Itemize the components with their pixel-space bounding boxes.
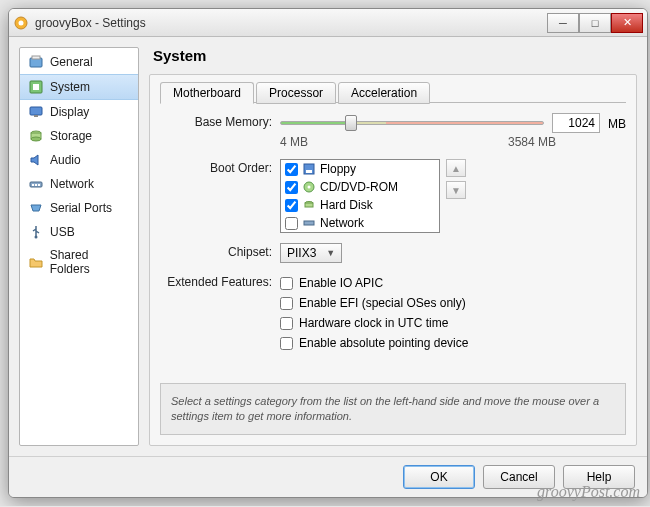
close-button[interactable]: ✕: [611, 13, 643, 33]
sidebar-item-network[interactable]: Network: [20, 172, 138, 196]
watermark: groovyPost.com: [537, 483, 640, 501]
boot-item-label: Network: [320, 216, 364, 230]
system-icon: [28, 79, 44, 95]
sidebar-item-label: Audio: [50, 153, 81, 167]
boot-check-harddisk[interactable]: [285, 199, 298, 212]
network-icon: [28, 176, 44, 192]
usb-icon: [28, 224, 44, 240]
sidebar-item-label: USB: [50, 225, 75, 239]
hint-panel: Select a settings category from the list…: [160, 383, 626, 435]
ext-efi[interactable]: Enable EFI (special OSes only): [280, 293, 626, 313]
svg-rect-22: [304, 221, 314, 225]
svg-rect-7: [34, 115, 38, 117]
main-panel: System Motherboard Processor Acceleratio…: [149, 47, 637, 446]
sidebar-item-label: Shared Folders: [50, 248, 130, 276]
svg-rect-14: [38, 184, 40, 186]
harddisk-icon: [302, 198, 316, 212]
general-icon: [28, 54, 44, 70]
serial-icon: [28, 200, 44, 216]
chipset-label: Chipset:: [160, 243, 280, 259]
boot-move-down-button[interactable]: ▼: [446, 181, 466, 199]
disc-icon: [302, 180, 316, 194]
ext-io-apic[interactable]: Enable IO APIC: [280, 273, 626, 293]
boot-item-label: Hard Disk: [320, 198, 373, 212]
ext-utc[interactable]: Hardware clock in UTC time: [280, 313, 626, 333]
tab-processor[interactable]: Processor: [256, 82, 336, 104]
ext-check-pointing[interactable]: [280, 337, 293, 350]
boot-move-up-button[interactable]: ▲: [446, 159, 466, 177]
svg-rect-13: [35, 184, 37, 186]
sidebar-item-label: System: [50, 80, 90, 94]
tab-motherboard[interactable]: Motherboard: [160, 82, 254, 104]
ext-check-utc[interactable]: [280, 317, 293, 330]
boot-order-list[interactable]: Floppy CD/DVD-ROM Hard Disk: [280, 159, 440, 233]
sidebar-item-serial[interactable]: Serial Ports: [20, 196, 138, 220]
sidebar-item-label: General: [50, 55, 93, 69]
svg-point-1: [19, 20, 24, 25]
svg-rect-21: [305, 203, 313, 207]
sidebar-item-label: Display: [50, 105, 89, 119]
ext-pointing[interactable]: Enable absolute pointing device: [280, 333, 626, 353]
tab-acceleration[interactable]: Acceleration: [338, 82, 430, 104]
maximize-button[interactable]: □: [579, 13, 611, 33]
sidebar-item-general[interactable]: General: [20, 50, 138, 74]
category-sidebar: General System Display Storage Audio Net…: [19, 47, 139, 446]
chipset-value: PIIX3: [287, 246, 316, 260]
svg-point-19: [308, 186, 311, 189]
boot-item-label: Floppy: [320, 162, 356, 176]
svg-rect-3: [32, 56, 40, 59]
sidebar-item-label: Storage: [50, 129, 92, 143]
settings-panel: Motherboard Processor Acceleration Base …: [149, 74, 637, 446]
ext-label: Enable EFI (special OSes only): [299, 296, 466, 310]
svg-rect-12: [32, 184, 34, 186]
sidebar-item-audio[interactable]: Audio: [20, 148, 138, 172]
titlebar[interactable]: groovyBox - Settings ─ □ ✕: [9, 9, 647, 37]
network-boot-icon: [302, 216, 316, 230]
memory-unit: MB: [608, 115, 626, 131]
boot-item-label: CD/DVD-ROM: [320, 180, 398, 194]
sidebar-item-storage[interactable]: Storage: [20, 124, 138, 148]
boot-order-label: Boot Order:: [160, 159, 280, 175]
slider-thumb[interactable]: [345, 115, 357, 131]
boot-item-cddvd[interactable]: CD/DVD-ROM: [281, 178, 439, 196]
svg-rect-17: [306, 170, 312, 173]
sidebar-item-display[interactable]: Display: [20, 100, 138, 124]
ext-label: Enable IO APIC: [299, 276, 383, 290]
minimize-button[interactable]: ─: [547, 13, 579, 33]
chevron-down-icon: ▼: [326, 248, 335, 258]
sidebar-item-label: Serial Ports: [50, 201, 112, 215]
settings-window: groovyBox - Settings ─ □ ✕ General Syste…: [8, 8, 648, 498]
ext-label: Enable absolute pointing device: [299, 336, 468, 350]
memory-min-label: 4 MB: [280, 135, 308, 149]
sidebar-item-usb[interactable]: USB: [20, 220, 138, 244]
boot-check-floppy[interactable]: [285, 163, 298, 176]
svg-rect-5: [33, 84, 39, 90]
ext-label: Hardware clock in UTC time: [299, 316, 448, 330]
svg-point-10: [31, 137, 41, 141]
boot-item-network[interactable]: Network: [281, 214, 439, 232]
svg-rect-6: [30, 107, 42, 115]
display-icon: [28, 104, 44, 120]
ok-button[interactable]: OK: [403, 465, 475, 489]
tab-strip: Motherboard Processor Acceleration: [160, 81, 626, 103]
sidebar-item-shared[interactable]: Shared Folders: [20, 244, 138, 280]
boot-check-network[interactable]: [285, 217, 298, 230]
boot-item-floppy[interactable]: Floppy: [281, 160, 439, 178]
boot-item-harddisk[interactable]: Hard Disk: [281, 196, 439, 214]
ext-check-ioapic[interactable]: [280, 277, 293, 290]
sidebar-item-label: Network: [50, 177, 94, 191]
floppy-icon: [302, 162, 316, 176]
sidebar-item-system[interactable]: System: [20, 74, 138, 100]
ext-check-efi[interactable]: [280, 297, 293, 310]
base-memory-label: Base Memory:: [160, 113, 280, 129]
memory-max-label: 3584 MB: [508, 135, 556, 149]
folder-icon: [28, 254, 44, 270]
base-memory-input[interactable]: 1024: [552, 113, 600, 133]
storage-icon: [28, 128, 44, 144]
page-title: System: [149, 47, 637, 64]
boot-check-cddvd[interactable]: [285, 181, 298, 194]
app-icon: [13, 15, 29, 31]
chipset-select[interactable]: PIIX3 ▼: [280, 243, 342, 263]
base-memory-slider[interactable]: [280, 113, 544, 133]
window-title: groovyBox - Settings: [35, 16, 547, 30]
